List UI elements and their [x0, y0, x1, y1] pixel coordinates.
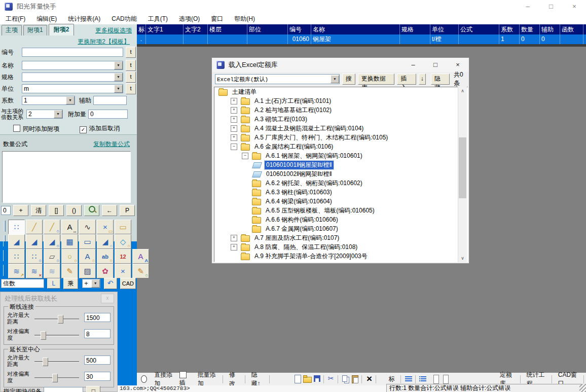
- save-icon[interactable]: [313, 375, 320, 383]
- polyline-length-button[interactable]: ∿: [79, 220, 96, 234]
- grid-column-header[interactable]: 单位: [430, 24, 459, 34]
- ratio-combo[interactable]: 2▼: [26, 110, 63, 119]
- region-points-button[interactable]: ▦: [61, 234, 78, 249]
- tree-item-label[interactable]: A.6.1 钢屋架、钢网架(编码:010601): [264, 152, 364, 160]
- layers-cut-button[interactable]: ≋×: [26, 264, 43, 278]
- chevron-down-icon[interactable]: ▼: [91, 279, 100, 288]
- slider-value-input[interactable]: 8: [84, 329, 111, 338]
- maximize-button[interactable]: □: [539, 0, 563, 13]
- tree-item[interactable]: −A.6 金属结构工程(编码:0106): [214, 142, 467, 151]
- tree-item-label[interactable]: 010601002‖钢网架‖t/樘‖: [265, 170, 334, 179]
- grid-cell[interactable]: 0: [520, 34, 540, 44]
- tree-item[interactable]: A.6.2 钢托架、钢桁架(编码:010602): [214, 179, 467, 188]
- short-ruler-button[interactable]: ▭: [115, 220, 131, 234]
- new-file-icon[interactable]: [294, 375, 300, 383]
- tab-附项2[interactable]: 附项2: [49, 24, 75, 35]
- find-abc-button[interactable]: ab○: [97, 249, 114, 264]
- grid-cell[interactable]: t/樘: [430, 34, 459, 44]
- grid-cell[interactable]: [247, 34, 288, 44]
- rectangle-button[interactable]: ▭: [79, 234, 96, 249]
- tree-expander[interactable]: +: [231, 98, 237, 104]
- mark-button[interactable]: 标: [384, 374, 398, 384]
- grid-column-header[interactable]: 楼层: [208, 24, 247, 34]
- copy-formula-link[interactable]: 复制数量公式: [93, 140, 130, 149]
- slider-thumb[interactable]: [58, 315, 63, 324]
- column-left-icon[interactable]: [432, 375, 438, 383]
- tree-item-label[interactable]: A.2 桩与地基基础工程(0102): [253, 106, 333, 115]
- tree-item-label[interactable]: A.8 防腐、隔热、保温工程(编码:0108): [253, 243, 359, 252]
- area-slope-zoom-button[interactable]: ◢○: [44, 234, 60, 249]
- tree-item[interactable]: 010601001‖钢屋架‖t/樘‖: [214, 160, 467, 169]
- grid-cell[interactable]: [208, 34, 247, 44]
- pencil-flask-button[interactable]: ✎○: [132, 264, 149, 278]
- tree-item[interactable]: +A.1 土(石)方工程(编码:0101): [214, 96, 467, 105]
- name-combo[interactable]: ▼: [22, 61, 123, 70]
- tree-item-label[interactable]: 010601001‖钢屋架‖t/樘‖: [265, 161, 334, 169]
- grid-cell[interactable]: [560, 34, 583, 44]
- block-zoom-button[interactable]: ▱○: [44, 249, 60, 264]
- search-button[interactable]: 搜: [342, 74, 355, 85]
- formula-textarea[interactable]: [2, 151, 131, 203]
- layers-button[interactable]: ≋: [44, 264, 60, 278]
- menu-item[interactable]: 帮助(H): [229, 15, 261, 23]
- tree-item[interactable]: +A.5 厂库房大门、特种门、木结构工程(编码:0105): [214, 133, 467, 142]
- palette-button[interactable]: ✿: [97, 264, 114, 278]
- tree-item-label[interactable]: A.3 砌筑工程(0103): [253, 115, 309, 124]
- scroll-up-icon[interactable]: ∧: [458, 87, 467, 95]
- checkbox-cancel-after[interactable]: ✓添加后取消: [80, 124, 120, 133]
- tree-item-label[interactable]: A.6.6 钢构件(编码:010606): [264, 216, 340, 224]
- tree-item-label[interactable]: A.6.2 钢托架、钢桁架(编码:010602): [264, 179, 364, 188]
- grid-cell[interactable]: [400, 34, 430, 44]
- switch-database-button[interactable]: 更换数据库: [358, 74, 395, 85]
- tree-item[interactable]: 010601002‖钢网架‖t/樘‖: [214, 169, 467, 179]
- tree-expander[interactable]: +: [231, 134, 237, 141]
- slider-value-input[interactable]: 30: [84, 372, 111, 381]
- tree-expander[interactable]: +: [231, 244, 237, 251]
- tree-item-label[interactable]: A.7 屋面及防水工程(编码:0107): [253, 234, 341, 242]
- p-button[interactable]: P: [120, 205, 135, 216]
- multiply-button[interactable]: 乘: [63, 278, 79, 289]
- hide-button[interactable]: 隐藏: [431, 74, 450, 85]
- grid-cell[interactable]: 1: [499, 34, 520, 44]
- grid-cell[interactable]: .: [137, 34, 146, 44]
- circles-button[interactable]: ○○: [61, 249, 78, 264]
- tree-item[interactable]: +A.4 混凝土及钢筋混凝土工程(编码:0104): [214, 124, 467, 133]
- points-zoom-button[interactable]: ∷○: [26, 249, 43, 264]
- grid-column-header[interactable]: 系数: [499, 24, 520, 34]
- grid-column-header[interactable]: 数量: [520, 24, 540, 34]
- tab-主项[interactable]: 主项: [2, 25, 22, 35]
- tree-item-label[interactable]: A.9 补充脚手架清单-合造价字[2009]003号: [253, 252, 369, 261]
- area-zoom-button[interactable]: ◢○: [97, 234, 114, 249]
- grid-column-header[interactable]: 文字1: [146, 24, 184, 34]
- grid-column-header[interactable]: 部位: [247, 24, 288, 34]
- resize-grip[interactable]: [579, 384, 586, 392]
- insert-checkbox[interactable]: 插: [179, 371, 192, 387]
- chevron-down-icon[interactable]: ▼: [114, 85, 123, 93]
- hatch-region-button[interactable]: ▨: [79, 264, 96, 278]
- operator-combo[interactable]: +▼: [82, 279, 100, 288]
- slider-thumb[interactable]: [52, 374, 58, 382]
- grid-column-header[interactable]: 编号: [288, 24, 311, 34]
- tree-expander[interactable]: +: [231, 235, 237, 241]
- dialog-minimize-button[interactable]: –: [402, 58, 424, 72]
- paste-icon[interactable]: [351, 375, 358, 383]
- tree-expander[interactable]: −: [242, 153, 248, 159]
- grid-column-header[interactable]: 规格: [400, 24, 430, 34]
- clear-button[interactable]: 清: [31, 205, 46, 216]
- checkbox-box[interactable]: [179, 371, 187, 378]
- formula-count-input[interactable]: 0: [1, 206, 11, 215]
- block-device-input[interactable]: [44, 387, 83, 392]
- menu-item[interactable]: CAD功能: [106, 15, 142, 23]
- tree-expander[interactable]: +: [231, 116, 237, 123]
- pencil-edit-button[interactable]: ✎: [61, 264, 78, 278]
- scroll-down-icon[interactable]: ∨: [458, 254, 467, 262]
- tree-item[interactable]: 土建清单: [214, 87, 467, 96]
- grid-cell[interactable]: 01060: [288, 34, 311, 44]
- calendar-12-button[interactable]: 12: [115, 249, 131, 264]
- text-width-button[interactable]: A↔: [61, 220, 78, 234]
- name-t-button[interactable]: t: [126, 60, 136, 71]
- grid-column-header[interactable]: 辅助: [540, 24, 560, 34]
- grid-column-header[interactable]: 名称: [311, 24, 400, 34]
- spec-t-button[interactable]: t: [126, 72, 136, 83]
- list-view-icon[interactable]: [405, 375, 411, 383]
